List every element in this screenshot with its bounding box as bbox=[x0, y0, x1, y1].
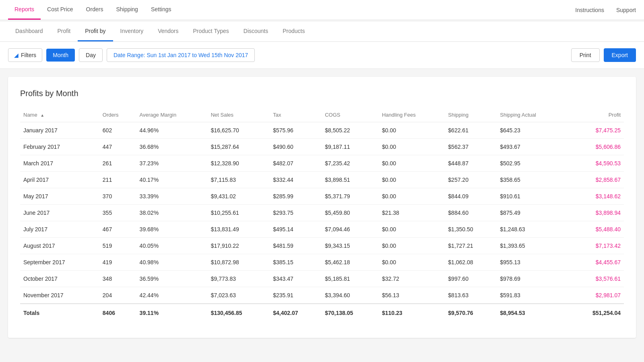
cell-handling-fees: $0.00 bbox=[379, 172, 445, 188]
sub-tab-profit-by[interactable]: Profit by bbox=[78, 22, 113, 41]
cell-name: November 2017 bbox=[20, 287, 99, 304]
cell-handling-fees: $0.00 bbox=[379, 254, 445, 271]
cell-net-sales: $10,255.61 bbox=[208, 205, 270, 221]
table-row: September 2017 419 40.98% $10,872.98 $38… bbox=[20, 254, 624, 271]
cell-shipping-actual: $875.49 bbox=[497, 205, 567, 221]
sub-tab-profit[interactable]: Profit bbox=[50, 22, 78, 41]
cell-cogs: $5,185.81 bbox=[322, 271, 379, 287]
cell-cogs: $5,462.18 bbox=[322, 254, 379, 271]
cell-avg-margin: 36.68% bbox=[136, 139, 208, 155]
col-header-net-sales: Net Sales bbox=[208, 108, 270, 122]
cell-orders: 447 bbox=[99, 139, 136, 155]
cell-orders: 355 bbox=[99, 205, 136, 221]
export-button[interactable]: Export bbox=[604, 48, 636, 62]
cell-orders: 370 bbox=[99, 188, 136, 205]
cell-tax: $343.47 bbox=[270, 271, 322, 287]
cell-cogs: $5,459.80 bbox=[322, 205, 379, 221]
cell-net-sales: $10,872.98 bbox=[208, 254, 270, 271]
cell-shipping: $562.37 bbox=[445, 139, 497, 155]
sub-tab-product-types[interactable]: Product Types bbox=[186, 22, 236, 41]
date-range-button[interactable]: Date Range: Sun 1st Jan 2017 to Wed 15th… bbox=[107, 48, 255, 62]
totals-handling-fees: $110.23 bbox=[379, 304, 445, 322]
sort-arrow-icon: ▲ bbox=[40, 113, 44, 117]
table-row: July 2017 467 39.68% $13,831.49 $495.14 … bbox=[20, 221, 624, 238]
cell-shipping: $1,062.08 bbox=[445, 254, 497, 271]
cell-tax: $285.99 bbox=[270, 188, 322, 205]
cell-tax: $482.07 bbox=[270, 155, 322, 172]
cell-avg-margin: 37.23% bbox=[136, 155, 208, 172]
cell-orders: 419 bbox=[99, 254, 136, 271]
cell-shipping-actual: $591.83 bbox=[497, 287, 567, 304]
cell-shipping-actual: $1,393.65 bbox=[497, 238, 567, 254]
cell-profit: $3,576.61 bbox=[567, 271, 624, 287]
filter-icon: ◢ bbox=[14, 52, 19, 58]
nav-tab-settings[interactable]: Settings bbox=[144, 0, 178, 20]
nav-tab-reports[interactable]: Reports bbox=[8, 0, 41, 20]
table-totals-row: Totals 8406 39.11% $130,456.85 $4,402.07… bbox=[20, 304, 624, 322]
totals-profit: $51,254.04 bbox=[567, 304, 624, 322]
sub-tab-products[interactable]: Products bbox=[275, 22, 312, 41]
nav-link-support[interactable]: Support bbox=[616, 7, 636, 13]
cell-shipping-actual: $910.61 bbox=[497, 188, 567, 205]
cell-handling-fees: $0.00 bbox=[379, 155, 445, 172]
cell-shipping: $1,350.50 bbox=[445, 221, 497, 238]
col-header-orders: Orders bbox=[99, 108, 136, 122]
cell-shipping-actual: $358.65 bbox=[497, 172, 567, 188]
nav-tab-cost-price[interactable]: Cost Price bbox=[41, 0, 80, 20]
cell-avg-margin: 44.96% bbox=[136, 122, 208, 139]
col-header-name[interactable]: Name ▲ bbox=[20, 108, 99, 122]
col-header-cogs: COGS bbox=[322, 108, 379, 122]
cell-avg-margin: 36.59% bbox=[136, 271, 208, 287]
print-button[interactable]: Print bbox=[571, 48, 600, 62]
cell-handling-fees: $0.00 bbox=[379, 139, 445, 155]
cell-name: July 2017 bbox=[20, 221, 99, 238]
cell-cogs: $3,394.60 bbox=[322, 287, 379, 304]
cell-profit: $3,898.94 bbox=[567, 205, 624, 221]
cell-cogs: $5,371.79 bbox=[322, 188, 379, 205]
sub-tab-vendors[interactable]: Vendors bbox=[151, 22, 186, 41]
cell-tax: $235.91 bbox=[270, 287, 322, 304]
cell-profit: $4,590.53 bbox=[567, 155, 624, 172]
col-header-shipping-actual: Shipping Actual bbox=[497, 108, 567, 122]
nav-link-instructions[interactable]: Instructions bbox=[575, 7, 604, 13]
cell-net-sales: $17,910.22 bbox=[208, 238, 270, 254]
cell-tax: $481.59 bbox=[270, 238, 322, 254]
cell-handling-fees: $56.13 bbox=[379, 287, 445, 304]
nav-tab-orders[interactable]: Orders bbox=[80, 0, 110, 20]
cell-tax: $332.44 bbox=[270, 172, 322, 188]
col-header-handling-fees: Handling Fees bbox=[379, 108, 445, 122]
top-nav-left: Reports Cost Price Orders Shipping Setti… bbox=[8, 0, 575, 20]
cell-shipping-actual: $502.95 bbox=[497, 155, 567, 172]
table-title: Profits by Month bbox=[20, 89, 624, 98]
day-button[interactable]: Day bbox=[79, 48, 103, 62]
cell-cogs: $7,235.42 bbox=[322, 155, 379, 172]
cell-avg-margin: 42.44% bbox=[136, 287, 208, 304]
totals-shipping: $9,570.76 bbox=[445, 304, 497, 322]
cell-orders: 211 bbox=[99, 172, 136, 188]
totals-tax: $4,402.07 bbox=[270, 304, 322, 322]
month-button[interactable]: Month bbox=[46, 49, 75, 62]
sub-tab-discounts[interactable]: Discounts bbox=[236, 22, 275, 41]
cell-shipping-actual: $955.13 bbox=[497, 254, 567, 271]
cell-profit: $5,606.86 bbox=[567, 139, 624, 155]
table-row: May 2017 370 33.39% $9,431.02 $285.99 $5… bbox=[20, 188, 624, 205]
cell-profit: $4,455.67 bbox=[567, 254, 624, 271]
table-row: April 2017 211 40.17% $7,115.83 $332.44 … bbox=[20, 172, 624, 188]
col-header-shipping: Shipping bbox=[445, 108, 497, 122]
cell-orders: 204 bbox=[99, 287, 136, 304]
sub-tab-inventory[interactable]: Inventory bbox=[113, 22, 151, 41]
cell-profit: $2,981.07 bbox=[567, 287, 624, 304]
filters-button[interactable]: ◢ Filters bbox=[8, 48, 42, 62]
cell-handling-fees: $21.38 bbox=[379, 205, 445, 221]
cell-shipping-actual: $1,248.63 bbox=[497, 221, 567, 238]
cell-name: April 2017 bbox=[20, 172, 99, 188]
sub-tab-dashboard[interactable]: Dashboard bbox=[8, 22, 50, 41]
cell-avg-margin: 40.17% bbox=[136, 172, 208, 188]
cell-tax: $490.60 bbox=[270, 139, 322, 155]
table-row: August 2017 519 40.05% $17,910.22 $481.5… bbox=[20, 238, 624, 254]
cell-profit: $2,858.67 bbox=[567, 172, 624, 188]
cell-avg-margin: 38.02% bbox=[136, 205, 208, 221]
cell-shipping: $844.09 bbox=[445, 188, 497, 205]
cell-tax: $495.14 bbox=[270, 221, 322, 238]
nav-tab-shipping[interactable]: Shipping bbox=[109, 0, 144, 20]
